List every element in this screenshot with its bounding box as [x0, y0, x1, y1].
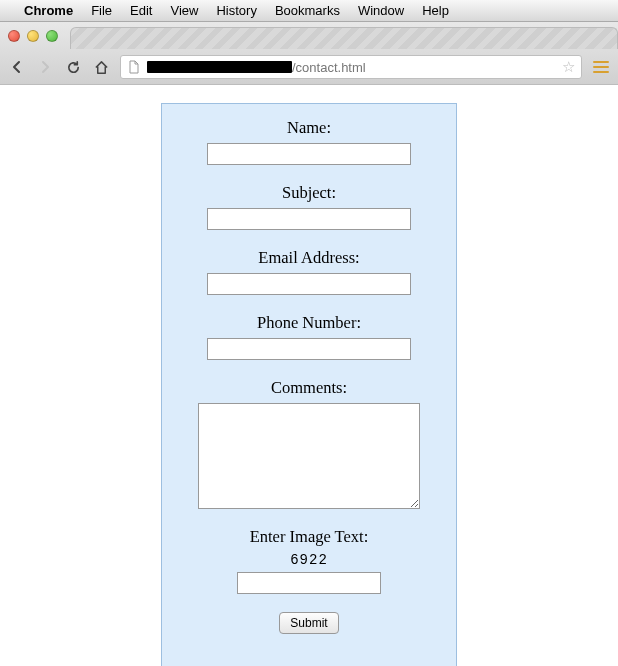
arrow-right-icon	[38, 60, 52, 74]
contact-form: Name: Subject: Email Address: Phone Numb…	[161, 103, 457, 666]
field-name: Name:	[180, 118, 438, 165]
hamburger-icon	[593, 60, 609, 74]
page-icon	[127, 60, 141, 74]
menubar-app[interactable]: Chrome	[16, 0, 81, 22]
minimize-window-button[interactable]	[27, 30, 39, 42]
reload-icon	[66, 60, 81, 75]
menubar-edit[interactable]: Edit	[122, 0, 160, 22]
menubar-bookmarks[interactable]: Bookmarks	[267, 0, 348, 22]
field-comments: Comments:	[180, 378, 438, 509]
subject-input[interactable]	[207, 208, 411, 230]
url-path: /contact.html	[292, 60, 366, 75]
field-subject: Subject:	[180, 183, 438, 230]
menubar-history[interactable]: History	[208, 0, 264, 22]
captcha-label: Enter Image Text:	[180, 527, 438, 547]
comments-textarea[interactable]	[198, 403, 420, 509]
menubar-help[interactable]: Help	[414, 0, 457, 22]
bookmark-star-icon[interactable]: ☆	[562, 58, 575, 76]
close-window-button[interactable]	[8, 30, 20, 42]
zoom-window-button[interactable]	[46, 30, 58, 42]
phone-label: Phone Number:	[180, 313, 438, 333]
window-controls	[8, 30, 58, 42]
name-label: Name:	[180, 118, 438, 138]
menubar-window[interactable]: Window	[350, 0, 412, 22]
home-icon	[94, 60, 109, 75]
macos-menubar: Chrome File Edit View History Bookmarks …	[0, 0, 618, 22]
field-phone: Phone Number:	[180, 313, 438, 360]
email-input[interactable]	[207, 273, 411, 295]
phone-input[interactable]	[207, 338, 411, 360]
browser-toolbar: /contact.html ☆	[0, 50, 618, 84]
menubar-file[interactable]: File	[83, 0, 120, 22]
home-button[interactable]	[92, 58, 110, 76]
reload-button[interactable]	[64, 58, 82, 76]
chrome-menu-button[interactable]	[592, 58, 610, 76]
name-input[interactable]	[207, 143, 411, 165]
page-viewport: Name: Subject: Email Address: Phone Numb…	[0, 85, 618, 666]
forward-button[interactable]	[36, 58, 54, 76]
menubar-view[interactable]: View	[162, 0, 206, 22]
field-captcha: Enter Image Text: 6922	[180, 527, 438, 594]
browser-chrome: /contact.html ☆	[0, 22, 618, 85]
arrow-left-icon	[10, 60, 24, 74]
email-label: Email Address:	[180, 248, 438, 268]
captcha-input[interactable]	[237, 572, 381, 594]
address-bar[interactable]: /contact.html ☆	[120, 55, 582, 79]
submit-button[interactable]: Submit	[279, 612, 338, 634]
comments-label: Comments:	[180, 378, 438, 398]
url-display: /contact.html	[147, 60, 366, 75]
tab-area[interactable]	[70, 27, 618, 49]
back-button[interactable]	[8, 58, 26, 76]
captcha-code: 6922	[180, 552, 438, 568]
tab-strip	[0, 22, 618, 50]
field-email: Email Address:	[180, 248, 438, 295]
url-redacted	[147, 61, 292, 73]
subject-label: Subject:	[180, 183, 438, 203]
